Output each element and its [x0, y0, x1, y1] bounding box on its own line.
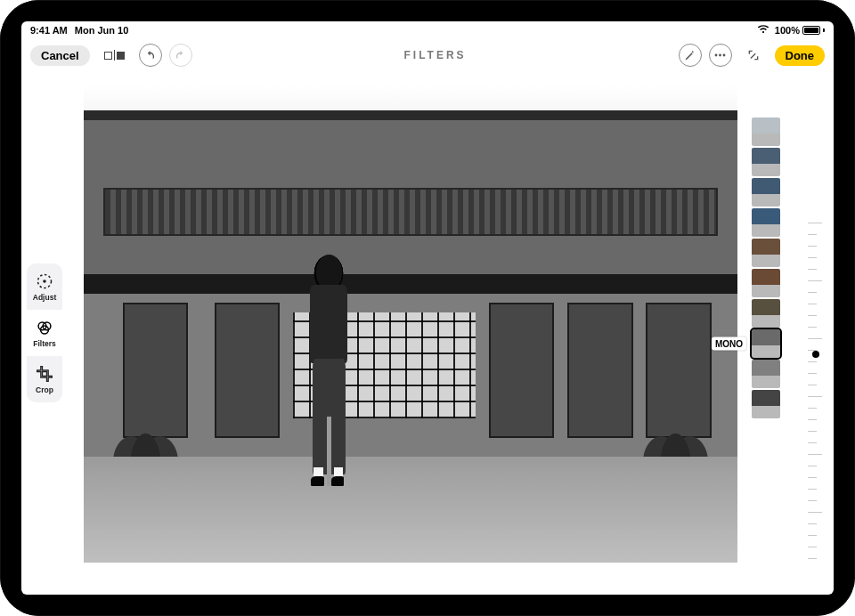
ipad-frame: 9:41 AM Mon Jun 10 100% Cancel	[0, 0, 855, 616]
filter-thumb-original[interactable]	[752, 118, 780, 146]
editor-content: Adjust Filters Crop	[21, 71, 834, 595]
svg-point-0	[715, 54, 718, 57]
photo-canvas[interactable]	[84, 82, 737, 563]
filter-thumb-dramatic-warm[interactable]	[752, 269, 780, 297]
filter-thumbnails: MONO	[752, 118, 784, 418]
filter-thumb-vivid-warm[interactable]	[752, 178, 780, 207]
editor-toolbar: Cancel FILTERS	[21, 39, 834, 71]
battery-percent: 100%	[775, 25, 800, 36]
svg-point-4	[43, 280, 46, 283]
toolbar-title: FILTERS	[200, 49, 672, 61]
battery-indicator: 100%	[775, 25, 825, 36]
svg-point-1	[719, 54, 721, 57]
status-date: Mon Jun 10	[75, 25, 129, 36]
fullscreen-button[interactable]	[739, 44, 768, 67]
filter-thumb-dramatic-cool[interactable]	[752, 299, 780, 328]
redo-button	[169, 44, 192, 67]
tab-adjust-label: Adjust	[33, 293, 56, 302]
filter-selected-label: MONO	[712, 337, 746, 351]
filter-thumb-silvertone[interactable]	[752, 360, 780, 388]
wifi-icon	[757, 25, 770, 36]
status-time: 9:41 AM	[30, 25, 68, 36]
screen: 9:41 AM Mon Jun 10 100% Cancel	[21, 21, 834, 595]
photo-canvas-wrap	[84, 82, 737, 563]
status-bar: 9:41 AM Mon Jun 10 100%	[21, 21, 834, 39]
tab-filters[interactable]: Filters	[27, 310, 62, 356]
filter-intensity-slider[interactable]	[800, 223, 818, 559]
filter-thumb-mono[interactable]: MONO	[752, 329, 780, 358]
filter-thumb-vivid-cool[interactable]	[752, 208, 780, 237]
cancel-button[interactable]: Cancel	[30, 45, 90, 66]
photo-subject	[299, 255, 358, 485]
slider-thumb[interactable]	[812, 351, 819, 358]
tab-adjust[interactable]: Adjust	[27, 263, 62, 310]
filters-icon	[36, 319, 53, 336]
tab-filters-label: Filters	[33, 339, 56, 348]
done-button[interactable]: Done	[775, 45, 826, 66]
edit-mode-tabs: Adjust Filters Crop	[25, 263, 64, 402]
compare-toggle[interactable]	[97, 44, 132, 67]
markup-button[interactable]	[679, 44, 702, 67]
crop-icon	[36, 365, 53, 383]
svg-point-2	[723, 54, 726, 57]
adjust-icon	[36, 272, 53, 290]
tab-crop-label: Crop	[36, 385, 53, 394]
tab-crop[interactable]: Crop	[27, 356, 62, 402]
filter-thumb-vivid[interactable]	[752, 148, 780, 176]
undo-button[interactable]	[139, 44, 162, 67]
filter-thumb-dramatic[interactable]	[752, 239, 780, 267]
filter-thumb-noir[interactable]	[752, 390, 780, 418]
more-button[interactable]	[709, 44, 732, 67]
